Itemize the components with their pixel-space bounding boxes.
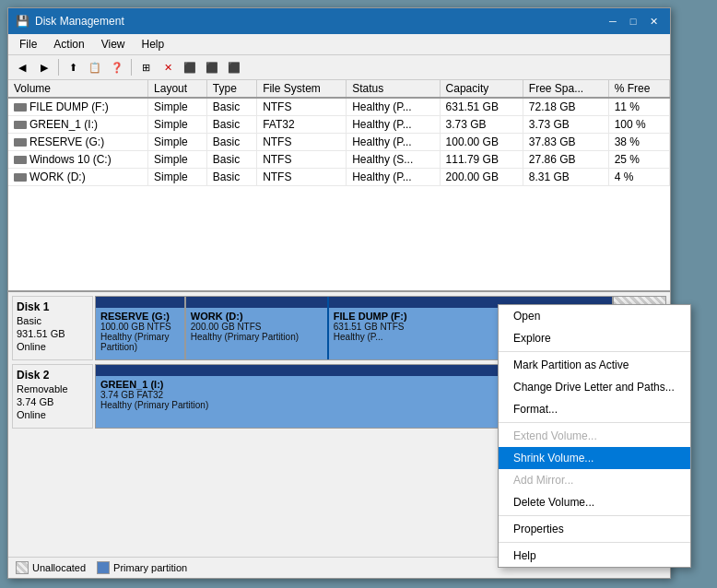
ctx-item-format...[interactable]: Format... [499,398,690,420]
ctx-item-delete-volume...[interactable]: Delete Volume... [499,491,690,513]
legend-primary-label: Primary partition [113,562,187,573]
menu-view[interactable]: View [94,36,133,53]
close-button[interactable]: ✕ [644,13,663,29]
disk-label-0: Disk 1Basic931.51 GBOnline [12,296,93,360]
table-row[interactable]: FILE DUMP (F:)SimpleBasicNTFSHealthy (P.… [8,98,670,116]
table-cell-6: 3.73 GB [523,116,608,134]
table-cell-7: 11 % [608,98,669,116]
legend-unallocated-box [16,561,29,574]
disk-size: 3.74 GB [17,396,88,407]
col-filesystem[interactable]: File System [257,80,347,98]
table-cell-7: 38 % [608,134,669,151]
drive-icon [14,103,27,112]
ctx-item-open[interactable]: Open [499,305,690,327]
table-cell-6: 27.86 GB [523,151,608,169]
table-cell-4: Healthy (P... [347,98,440,116]
disk-name: Disk 2 [17,369,88,382]
table-cell-0: Windows 10 (C:) [8,151,148,169]
ctx-separator-11 [499,515,690,516]
properties-button[interactable]: 📋 [85,57,105,77]
col-status[interactable]: Status [347,80,440,98]
table-cell-3: FAT32 [257,116,347,134]
table-row[interactable]: WORK (D:)SimpleBasicNTFSHealthy (P...200… [8,169,670,186]
drive-icon [14,173,27,182]
table-cell-7: 100 % [608,116,669,134]
col-volume[interactable]: Volume [8,80,148,98]
table-cell-4: Healthy (P... [347,116,440,134]
table-cell-3: NTFS [257,169,347,186]
ctx-item-explore[interactable]: Explore [499,327,690,349]
partition-name: WORK (D:) [191,311,323,322]
table-cell-6: 72.18 GB [523,98,608,116]
table-cell-5: 100.00 GB [440,134,523,151]
table-cell-5: 3.73 GB [440,116,523,134]
legend-primary: Primary partition [97,561,187,574]
table-cell-1: Simple [148,134,207,151]
col-type[interactable]: Type [206,80,256,98]
legend-unallocated: Unallocated [16,561,86,574]
partition-size: 100.00 GB NTFS [100,322,180,332]
toolbar-separator-1 [58,59,59,76]
menu-file[interactable]: File [12,36,44,53]
toolbar-btn-7[interactable]: ⬛ [224,57,244,77]
menu-help[interactable]: Help [135,36,172,53]
toolbar-btn-4[interactable]: ✕ [158,57,178,77]
ctx-item-mark-partition-as-active[interactable]: Mark Partition as Active [499,354,690,376]
minimize-button[interactable]: ─ [604,13,622,29]
toolbar-btn-5[interactable]: ⬛ [180,57,200,77]
table-cell-4: Healthy (P... [347,169,440,186]
title-bar-buttons: ─ □ ✕ [604,13,663,29]
back-button[interactable]: ◀ [12,57,32,77]
disk-status: Online [17,341,88,352]
disk-type: Basic [17,315,88,326]
col-capacity[interactable]: Capacity [440,80,523,98]
menu-action[interactable]: Action [46,36,91,53]
up-button[interactable]: ⬆ [63,57,83,77]
table-cell-7: 25 % [608,151,669,169]
table-cell-1: Simple [148,169,207,186]
help-toolbar-button[interactable]: ❓ [107,57,127,77]
disk-status: Online [17,409,88,420]
table-cell-1: Simple [148,116,207,134]
table-cell-5: 631.51 GB [440,98,523,116]
legend-unallocated-label: Unallocated [32,562,86,573]
toolbar-btn-3[interactable]: ⊞ [135,57,156,77]
drive-icon [14,156,27,164]
ctx-item-change-drive-letter-and-paths...[interactable]: Change Drive Letter and Paths... [499,376,690,398]
table-cell-7: 4 % [608,169,669,186]
partition-0-1[interactable]: WORK (D:) 200.00 GB NTFS Healthy (Primar… [186,297,329,359]
legend-primary-box [97,561,110,574]
table-row[interactable]: GREEN_1 (I:)SimpleBasicFAT32Healthy (P..… [8,116,670,134]
table-cell-3: NTFS [257,98,347,116]
ctx-item-add-mirror...: Add Mirror... [499,469,690,491]
forward-button[interactable]: ▶ [34,57,54,77]
title-bar-left: 💾 Disk Management [16,15,124,28]
col-free[interactable]: Free Spa... [523,80,608,98]
table-cell-5: 200.00 GB [440,169,523,186]
maximize-button[interactable]: □ [624,13,642,29]
table-cell-0: WORK (D:) [8,169,148,186]
table-cell-2: Basic [206,116,256,134]
ctx-item-properties[interactable]: Properties [499,518,690,540]
partition-0-0[interactable]: RESERVE (G:) 100.00 GB NTFS Healthy (Pri… [96,297,186,359]
table-row[interactable]: Windows 10 (C:)SimpleBasicNTFSHealthy (S… [8,151,670,169]
disk-size: 931.51 GB [17,328,88,339]
ctx-item-shrink-volume...[interactable]: Shrink Volume... [499,447,690,469]
table-cell-4: Healthy (S... [347,151,440,169]
col-percent[interactable]: % Free [608,80,669,98]
table-row[interactable]: RESERVE (G:)SimpleBasicNTFSHealthy (P...… [8,134,670,151]
col-layout[interactable]: Layout [148,80,207,98]
table-cell-5: 111.79 GB [440,151,523,169]
ctx-separator-6 [499,422,690,423]
partition-name: RESERVE (G:) [100,311,180,322]
partition-header [186,297,327,308]
table-cell-6: 8.31 GB [523,169,608,186]
table-cell-4: Healthy (P... [347,134,440,151]
table-cell-3: NTFS [257,151,347,169]
table-cell-6: 37.83 GB [523,134,608,151]
table-area: Volume Layout Type File System Status Ca… [8,80,670,292]
window-icon: 💾 [16,15,29,28]
ctx-item-help[interactable]: Help [499,545,690,567]
toolbar-btn-6[interactable]: ⬛ [202,57,222,77]
drive-icon [14,121,27,129]
